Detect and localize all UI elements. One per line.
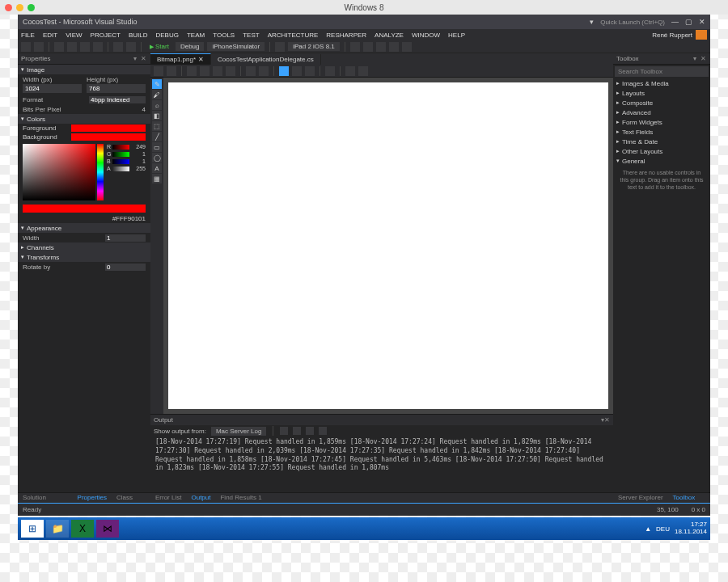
brush-tool-icon[interactable]: 🖌 bbox=[152, 90, 162, 99]
tab-find-results[interactable]: Find Results 1 bbox=[215, 493, 266, 503]
rect-tool-icon[interactable]: ▭ bbox=[152, 142, 162, 152]
close-panel-icon[interactable]: ✕ bbox=[140, 55, 147, 62]
hue-slider[interactable] bbox=[97, 144, 104, 200]
app-width-input[interactable]: 1 bbox=[105, 234, 146, 242]
device-icon[interactable] bbox=[275, 42, 285, 52]
section-appearance[interactable]: Appearance bbox=[18, 223, 150, 233]
b-slider[interactable] bbox=[112, 159, 129, 164]
menu-file[interactable]: FILE bbox=[21, 32, 35, 39]
et-icon[interactable] bbox=[167, 66, 176, 76]
color-picker-gradient[interactable] bbox=[23, 144, 95, 200]
et-icon[interactable] bbox=[358, 66, 368, 76]
menu-edit[interactable]: EDIT bbox=[43, 32, 57, 39]
menu-build[interactable]: BUILD bbox=[129, 32, 148, 39]
height-input[interactable]: 768 bbox=[87, 84, 146, 93]
menu-window[interactable]: WINDOW bbox=[412, 32, 440, 39]
output-source-select[interactable]: Mac Server Log bbox=[211, 427, 266, 436]
cat-text-fields[interactable]: Text Fields bbox=[613, 127, 710, 137]
text-tool-icon[interactable]: A bbox=[152, 163, 162, 173]
select-tool-icon[interactable]: ▦ bbox=[152, 174, 162, 183]
user-name[interactable]: René Ruppert bbox=[652, 32, 692, 39]
saveall-icon[interactable] bbox=[93, 42, 103, 52]
pencil-tool-icon[interactable]: ✎ bbox=[152, 79, 162, 89]
taskbar-vs-icon[interactable]: ⋈ bbox=[96, 520, 119, 538]
toolbox-search[interactable]: Search Toolbox bbox=[615, 66, 709, 77]
clear-output-icon[interactable] bbox=[280, 427, 288, 435]
et-icon[interactable] bbox=[325, 66, 335, 76]
bitmap-canvas[interactable] bbox=[168, 82, 608, 409]
menu-help[interactable]: HELP bbox=[448, 32, 465, 39]
out-icon[interactable] bbox=[319, 427, 327, 435]
menu-test[interactable]: TEST bbox=[243, 32, 259, 39]
tab-error-list[interactable]: Error List bbox=[150, 493, 186, 503]
et-icon[interactable] bbox=[259, 66, 269, 76]
et-icon[interactable] bbox=[345, 66, 355, 76]
new-icon[interactable] bbox=[54, 42, 64, 52]
platform-selector[interactable]: iPhoneSimulator bbox=[207, 42, 265, 51]
et-icon[interactable] bbox=[187, 66, 197, 76]
doc-tab-bitmap[interactable]: Bitmap1.png*✕ bbox=[150, 53, 211, 65]
start-button-win[interactable]: ⊞ bbox=[21, 520, 44, 538]
section-image[interactable]: Image bbox=[18, 65, 150, 74]
et-icon[interactable] bbox=[226, 66, 235, 76]
tb-icon[interactable] bbox=[376, 42, 386, 52]
menu-team[interactable]: TEAM bbox=[187, 32, 205, 39]
section-channels[interactable]: Channels bbox=[18, 242, 150, 252]
taskbar-explorer-icon[interactable]: 📁 bbox=[46, 520, 69, 538]
doc-tab-delegate[interactable]: CocosTestApplicationDelegate.cs bbox=[211, 54, 321, 65]
notify-icon[interactable]: ▾ bbox=[590, 18, 594, 26]
g-value[interactable]: 1 bbox=[131, 151, 146, 157]
et-icon[interactable] bbox=[246, 66, 256, 76]
section-colors[interactable]: Colors bbox=[18, 114, 150, 124]
width-input[interactable]: 1024 bbox=[23, 84, 82, 93]
hex-value[interactable]: #FFF90101 bbox=[112, 215, 146, 222]
canvas-viewport[interactable] bbox=[163, 78, 613, 414]
cat-layouts[interactable]: Layouts bbox=[613, 88, 710, 98]
tab-properties[interactable]: Properties bbox=[73, 493, 112, 503]
tb-icon[interactable] bbox=[402, 42, 412, 52]
et-icon[interactable] bbox=[292, 66, 302, 76]
g-slider[interactable] bbox=[112, 152, 129, 157]
tab-toolbox[interactable]: Toolbox bbox=[668, 493, 700, 503]
tab-solution-explorer[interactable]: Solution Explorer bbox=[18, 493, 73, 503]
menu-project[interactable]: PROJECT bbox=[91, 32, 121, 39]
menu-tools[interactable]: TOOLS bbox=[213, 32, 235, 39]
fill-tool-icon[interactable]: ⬚ bbox=[152, 121, 162, 131]
save-icon[interactable] bbox=[80, 42, 90, 52]
cat-advanced[interactable]: Advanced bbox=[613, 108, 710, 117]
wrap-icon[interactable] bbox=[293, 427, 301, 435]
menu-view[interactable]: VIEW bbox=[66, 32, 82, 39]
et-icon[interactable] bbox=[200, 66, 210, 76]
et-icon[interactable] bbox=[305, 66, 315, 76]
cat-general[interactable]: General bbox=[613, 156, 710, 166]
cat-images[interactable]: Images & Media bbox=[613, 78, 710, 88]
b-value[interactable]: 1 bbox=[131, 158, 146, 164]
cat-form-widgets[interactable]: Form Widgets bbox=[613, 117, 710, 127]
cat-time-date[interactable]: Time & Date bbox=[613, 137, 710, 146]
tb-icon[interactable] bbox=[350, 42, 360, 52]
rotate-input[interactable]: 0 bbox=[105, 264, 146, 271]
tb-icon[interactable] bbox=[363, 42, 373, 52]
et-icon[interactable] bbox=[213, 66, 222, 76]
nav-fwd-icon[interactable] bbox=[34, 42, 44, 52]
eraser-tool-icon[interactable]: ◧ bbox=[152, 111, 162, 120]
user-avatar[interactable] bbox=[696, 30, 707, 40]
nav-back-icon[interactable] bbox=[21, 42, 31, 52]
cat-other-layouts[interactable]: Other Layouts bbox=[613, 146, 710, 156]
a-slider[interactable] bbox=[112, 167, 129, 171]
cat-composite[interactable]: Composite bbox=[613, 98, 710, 108]
tb-icon[interactable] bbox=[389, 42, 399, 52]
pin-icon[interactable]: ▾ bbox=[131, 55, 138, 62]
r-slider[interactable] bbox=[112, 145, 129, 150]
max-icon[interactable]: ▢ bbox=[685, 18, 692, 26]
line-tool-icon[interactable]: ╱ bbox=[152, 132, 162, 141]
section-transforms[interactable]: Transforms bbox=[18, 252, 150, 262]
et-icon[interactable] bbox=[154, 66, 163, 76]
open-icon[interactable] bbox=[67, 42, 77, 52]
tab-output[interactable]: Output bbox=[186, 493, 215, 503]
a-value[interactable]: 255 bbox=[131, 166, 146, 171]
close-panel-icon[interactable]: ✕ bbox=[604, 416, 610, 424]
tab-class-view[interactable]: Class View bbox=[112, 493, 150, 503]
output-text[interactable]: [18-Nov-2014 17:27:19] Request handled i… bbox=[150, 436, 613, 492]
fg-swatch[interactable] bbox=[71, 124, 146, 132]
